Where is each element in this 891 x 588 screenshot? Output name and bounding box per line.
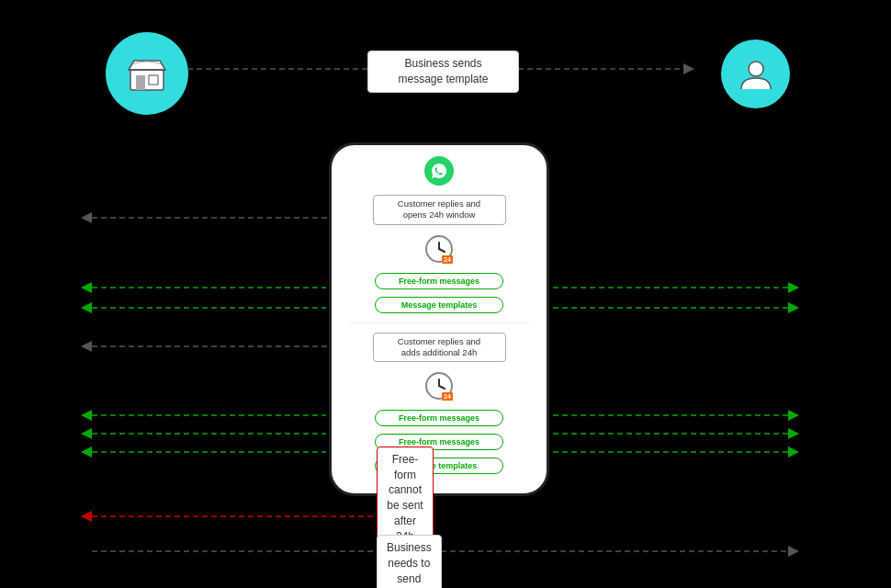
top-label-box: Business sends message template [367,51,519,93]
svg-marker-20 [81,282,92,293]
business-icon-circle [106,32,188,115]
template-btn-1: Message templates [375,297,503,313]
svg-marker-30 [81,410,92,421]
error-line1: Free-form cannot be sent [387,453,423,512]
phone-content: Customer replies and opens 24h window 24… [339,193,539,476]
svg-marker-22 [788,282,799,293]
clock-24h-1: 24 [339,233,539,265]
customer-reply-1-label: Customer replies and opens 24h window [373,195,506,225]
svg-marker-24 [81,302,92,313]
phone-separator [349,322,529,323]
svg-marker-38 [81,447,92,458]
error-row: Free-form cannot be sent after 24h windo… [377,501,399,526]
svg-marker-18 [81,212,92,223]
svg-marker-36 [788,428,799,439]
phone-container: Customer replies and opens 24h window 24… [329,142,549,496]
freeform-btn-1: Free-form messages [375,273,503,289]
svg-text:24: 24 [444,256,451,263]
customer-reply-2-label: Customer replies and adds additional 24h [373,333,506,363]
svg-marker-28 [81,341,92,352]
diagram-container: Business sends message template Customer… [0,0,891,588]
clock-24h-2: 24 [339,370,539,401]
svg-rect-1 [136,75,145,90]
svg-rect-2 [149,75,158,85]
store-icon [125,51,169,96]
whatsapp-icon [424,156,454,186]
svg-marker-34 [81,428,92,439]
svg-marker-42 [81,511,92,522]
bottom-template-line1: Business needs to send [387,541,432,585]
top-label-line2: message template [398,73,488,85]
svg-point-4 [749,62,763,76]
top-label-line1: Business sends [404,57,481,70]
svg-marker-40 [788,447,799,458]
svg-marker-26 [788,302,799,313]
person-icon-circle [721,40,790,108]
person-icon [738,56,774,93]
bottom-template-label-box: Business needs to send message template [377,535,442,588]
freeform-btn-2a: Free-form messages [375,410,503,426]
svg-text:24: 24 [444,393,451,400]
svg-rect-0 [130,70,164,90]
svg-marker-44 [788,546,799,557]
svg-marker-6 [683,63,694,74]
svg-marker-32 [788,410,799,421]
